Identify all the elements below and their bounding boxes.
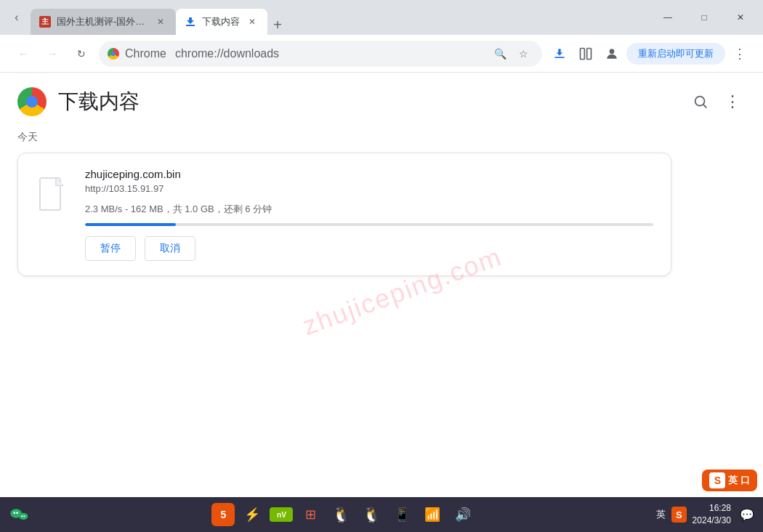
section-date: 今天 [17,131,746,144]
title-bar: ‹ 主 国外主机测评-国外VPS、国... ✕ 下载内容 ✕ + — □ [0,0,763,35]
page-title: 下载内容 [58,88,140,116]
sogou-taskbar-icon[interactable]: 5 [211,503,235,526]
more-options-icon[interactable]: ⋮ [728,42,751,65]
svg-point-5 [695,97,705,106]
tab-group: 主 国外主机测评-国外VPS、国... ✕ 下载内容 ✕ + [31,0,648,35]
tab-1[interactable]: 主 国外主机测评-国外VPS、国... ✕ [31,9,176,35]
url-actions: 🔍 ☆ [490,44,533,64]
toolbar-buttons: 重新启动即可更新 ⋮ [548,42,751,65]
cancel-button[interactable]: 取消 [145,236,195,261]
svg-point-10 [16,512,18,514]
profile-icon[interactable] [600,42,623,65]
tab-1-title: 国外主机测评-国外VPS、国... [57,15,148,28]
progress-bar-fill [85,223,176,226]
download-url: http://103.15.91.97 [85,183,653,194]
reload-button[interactable]: ↻ [70,42,93,65]
sogou-s-button[interactable]: S [671,507,687,523]
update-button[interactable]: 重新启动即可更新 [626,43,725,65]
download-status: 2.3 MB/s - 162 MB，共 1.0 GB，还剩 6 分钟 [85,203,653,216]
wechat-icon[interactable] [6,501,32,528]
tab-2-close[interactable]: ✕ [246,15,259,28]
sogou-s-label: S [676,509,682,520]
tab-2-title: 下载内容 [202,15,240,28]
svg-rect-3 [587,48,592,59]
wifi-icon[interactable]: 📶 [419,501,445,528]
chrome-logo-large-icon [17,87,47,116]
download-status-icon[interactable] [548,42,571,65]
download-filename: zhujiceping.com.bin [85,168,653,180]
bookmark-icon-btn[interactable]: ☆ [513,44,533,64]
volume-icon[interactable]: 🔊 [450,501,476,528]
svg-point-12 [21,515,23,517]
downloads-page: 下载内容 ⋮ zhujiceping.com 今天 [0,73,763,497]
sogou-ime-badge[interactable]: S 英 口 [702,469,757,491]
close-button[interactable]: ✕ [724,6,757,29]
svg-point-9 [13,512,15,514]
address-bar: ← → ↻ Chrome chrome://downloads 🔍 ☆ [0,35,763,73]
sidebar-toggle-icon[interactable] [574,42,597,65]
taskbar: 5 ⚡ nV ⊞ 🐧 🐧 📱 📶 🔊 英 S 16:28 2024/3/30 [0,497,763,532]
tab-1-close[interactable]: ✕ [154,15,167,28]
download-actions: 暂停 取消 [85,236,653,261]
tab-back-btn[interactable]: ‹ [6,7,28,28]
svg-point-4 [610,49,615,54]
taskbar-right: 英 S 16:28 2024/3/30 💬 [656,502,757,527]
maximize-button[interactable]: □ [687,6,721,29]
page-header: 下载内容 ⋮ [0,73,763,125]
sogou-badge-letter: S [709,472,725,488]
svg-rect-0 [186,25,195,26]
page-header-actions: ⋮ [687,89,746,115]
file-icon [36,174,70,214]
pause-button[interactable]: 暂停 [85,236,136,261]
time-display: 16:28 [693,502,731,515]
penguin1-icon[interactable]: 🐧 [328,501,354,528]
download-card: zhujiceping.com.bin http://103.15.91.97 … [17,153,671,276]
search-downloads-button[interactable] [687,89,714,115]
download-info: zhujiceping.com.bin http://103.15.91.97 … [85,168,653,261]
device-icon[interactable]: 📱 [389,501,415,528]
svg-line-6 [703,105,706,108]
grid-icon[interactable]: ⊞ [297,501,323,528]
nvidia-icon[interactable]: nV [270,507,293,522]
svg-point-11 [19,513,28,520]
downloads-section: 今天 zhujiceping.com.bin http://103.15.91.… [0,125,763,282]
ime-indicator[interactable]: 英 [656,508,666,521]
svg-rect-2 [581,48,585,59]
chrome-logo-icon [108,48,119,60]
svg-point-13 [23,515,25,517]
forward-button[interactable]: → [41,42,64,65]
tab-1-favicon: 主 [39,16,51,28]
search-icon-btn[interactable]: 🔍 [490,44,510,64]
date-display: 2024/3/30 [693,515,731,527]
taskbar-time[interactable]: 16:28 2024/3/30 [693,502,731,527]
svg-rect-1 [554,57,564,58]
taskbar-icons: 5 ⚡ nV ⊞ 🐧 🐧 📱 📶 🔊 [35,501,653,528]
notification-button[interactable]: 💬 [737,504,757,525]
penguin2-icon[interactable]: 🐧 [358,501,384,528]
minimize-button[interactable]: — [651,6,685,29]
bluetooth-icon[interactable]: ⚡ [239,501,265,528]
chrome-label: Chrome [125,47,166,60]
back-button[interactable]: ← [12,42,35,65]
tab-2-favicon [185,16,196,28]
url-path: chrome://downloads [175,47,279,60]
progress-bar-container [85,223,653,226]
new-tab-button[interactable]: + [267,15,288,35]
window-controls: — □ ✕ [651,6,757,29]
url-bar[interactable]: Chrome chrome://downloads 🔍 ☆ [99,41,542,67]
corner-badge-text: 英 口 [728,474,750,487]
page-title-area: 下载内容 [17,87,140,116]
more-downloads-button[interactable]: ⋮ [719,89,746,115]
tab-2[interactable]: 下载内容 ✕ [176,9,267,35]
